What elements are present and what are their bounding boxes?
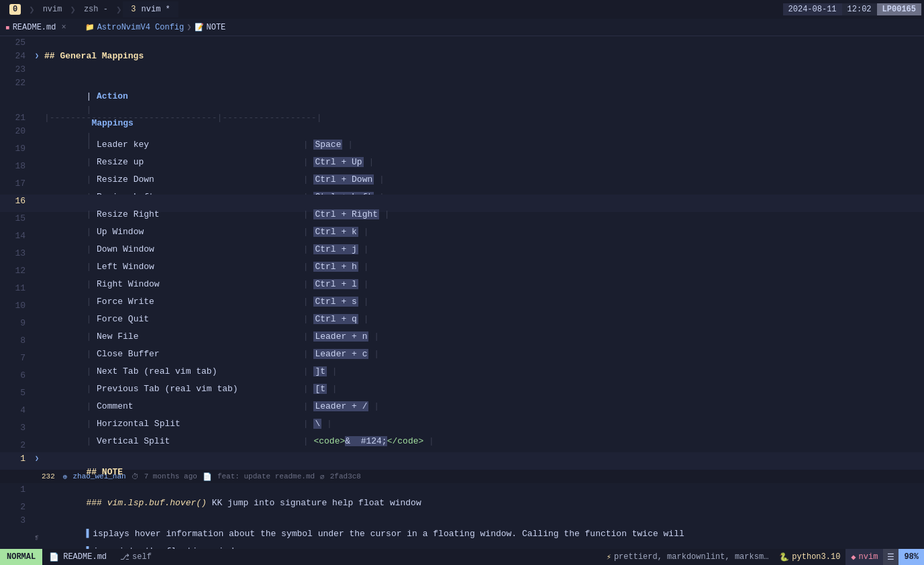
- tab-2[interactable]: zsh -: [77, 1, 115, 17]
- readme-file-icon: ◾: [5, 23, 10, 32]
- line-20: 20 | Leader key | Space |: [0, 125, 924, 142]
- status-bar: NORMAL 📄 README.md ⎇ self ⚡ prettierd, m…: [0, 549, 924, 565]
- line-num-15: 15: [0, 212, 32, 225]
- line-num-13: 13: [0, 247, 32, 260]
- line-1-h3: 1 ### vim.lsp.buf.hover() KK jump into s…: [0, 483, 924, 501]
- line-num-5: 5: [0, 387, 32, 400]
- tab-0[interactable]: 0: [3, 1, 28, 17]
- breadcrumb-bar: ◾ README.md × 📁 AstroNvimV4 Config ❯ 📝 N…: [0, 19, 924, 36]
- editor-area: 25 24 ❯ ## General Mappings 23 22 | Acti…: [0, 36, 924, 549]
- line-content-3-cont: ▌jump into the floating window.: [42, 531, 924, 549]
- tab-1-label: nvim: [43, 5, 62, 14]
- breadcrumb-sep: ❯: [187, 22, 191, 32]
- status-right: ⚡ prettierd, markdownlint, marksm… 🐍 pyt…: [601, 549, 924, 565]
- line-11: 11 | Force Write | Ctrl + s |: [0, 282, 924, 299]
- tab-3[interactable]: 3 nvim *: [123, 1, 178, 17]
- python-icon: 🐍: [779, 552, 789, 562]
- status-file-icon: 📄: [49, 552, 59, 562]
- breadcrumb-filename: README.md: [13, 23, 56, 32]
- tab-bar: 0 ❯ nvim ❯ zsh - ❯ 3 nvim * 2024-08-11 1…: [0, 0, 924, 19]
- line-num-25: 25: [0, 36, 32, 50]
- line-10: 10 | Force Quit | Ctrl + q |: [0, 299, 924, 317]
- line-19: 19 | Resize up | Ctrl + Up |: [0, 142, 924, 160]
- status-lsp: ⚡ prettierd, markdownlint, marksm…: [601, 552, 774, 562]
- line-content-24: ## General Mappings: [42, 50, 924, 63]
- line-num-2-empty: 2: [0, 501, 32, 514]
- line-num-23: 23: [0, 63, 32, 76]
- lsp-text: prettierd, markdownlint, marksm…: [614, 552, 768, 562]
- tab-1[interactable]: nvim: [36, 1, 69, 17]
- note-icon: 📝: [195, 23, 204, 32]
- tab-sep-3: ❯: [116, 4, 121, 15]
- breadcrumb-note: NOTE: [207, 23, 226, 32]
- line-14: 14 | Down Window | Ctrl + j |: [0, 229, 924, 247]
- status-branch: ⎇ self: [113, 552, 158, 562]
- lsp-icon: ⚡: [607, 552, 611, 562]
- line-13: 13 | Left Window | Ctrl + h |: [0, 247, 924, 264]
- line-22: 22 | Action | Mappings |: [0, 76, 924, 111]
- tab-bar-left: 0 ❯ nvim ❯ zsh - ❯ 3 nvim *: [3, 1, 178, 17]
- close-tab-icon[interactable]: ×: [61, 23, 66, 32]
- line-content-21: |--------------------------------|------…: [42, 111, 924, 125]
- tab-3-label: nvim *: [142, 5, 170, 14]
- line-16: 16 | Resize Right | Ctrl + Right |: [0, 195, 924, 212]
- branch-icon: ⎇: [120, 552, 130, 562]
- line-2: 2: [0, 439, 924, 452]
- line-5: 5 | Comment | Leader + / |: [0, 387, 924, 404]
- line-25: 25: [0, 36, 924, 50]
- tab-sep-1: ❯: [29, 4, 34, 15]
- line-num-9: 9: [0, 317, 32, 330]
- tab-3-num: 3: [131, 5, 136, 14]
- fold-3-cont: ❡: [32, 531, 42, 545]
- status-python: 🐍 python3.10: [774, 552, 845, 562]
- line-num-17: 17: [0, 177, 32, 191]
- line-num-19: 19: [0, 142, 32, 156]
- line-num-1-h3: 1: [0, 483, 32, 497]
- tab-sep-2: ❯: [70, 4, 75, 15]
- line-num-7: 7: [0, 352, 32, 365]
- line-num-1-note: 1: [0, 452, 32, 466]
- tab-2-label: zsh -: [84, 5, 108, 14]
- line-num-2: 2: [0, 439, 32, 452]
- line-num-22: 22: [0, 76, 32, 90]
- line-num-12: 12: [0, 264, 32, 278]
- status-mode: NORMAL: [0, 549, 42, 565]
- fold-24: ❯: [32, 50, 42, 63]
- fold-1-note: ❯: [32, 452, 42, 466]
- line-num-18: 18: [0, 160, 32, 173]
- breadcrumb-folder: AstroNvimV4 Config: [97, 23, 185, 32]
- line-num-3: 3: [0, 421, 32, 435]
- status-menu-seg: ☰: [883, 549, 899, 565]
- line-7: 7 | Next Tab (real vim tab) | ]t |: [0, 352, 924, 369]
- line-2-empty: 2: [0, 501, 924, 514]
- tab-bar-right: 2024-08-11 12:02 LP00165: [783, 3, 921, 15]
- tab-0-num: 0: [9, 4, 21, 15]
- line-num-14: 14: [0, 229, 32, 243]
- nvim-diamond-icon: ◆: [851, 552, 856, 562]
- line-8: 8 | Close Buffer | Leader + c |: [0, 334, 924, 352]
- line-21: 21 |--------------------------------|---…: [0, 111, 924, 125]
- line-1-note: 1 ❯ ## NOTE: [0, 452, 924, 470]
- line-num-3-blockquote: 3: [0, 514, 32, 527]
- line-3: 3 | Vertical Split | <code>& #124;</code…: [0, 421, 924, 439]
- status-file: 📄 README.md: [42, 552, 113, 562]
- line-num-8: 8: [0, 334, 32, 348]
- status-filename: README.md: [63, 552, 107, 562]
- menu-icon: ☰: [887, 552, 894, 562]
- line-18: 18 | Resize Down | Ctrl + Down |: [0, 160, 924, 177]
- date-display: 2024-08-11: [783, 3, 842, 15]
- line-17: 17 | Resize Left | Ctrl + Left |: [0, 177, 924, 195]
- line-num-6: 6: [0, 369, 32, 382]
- folder-icon: 📁: [85, 23, 95, 32]
- line-23: 23: [0, 63, 924, 76]
- line-num-24: 24: [0, 50, 32, 63]
- line-3-blockquote: 3 ▌isplays hover information about the s…: [0, 514, 924, 531]
- line-12: 12 | Right Window | Ctrl + l |: [0, 264, 924, 282]
- line-24: 24 ❯ ## General Mappings: [0, 50, 924, 63]
- status-pct: 98%: [899, 549, 924, 565]
- line-6: 6 | Previous Tab (real vim tab) | [t |: [0, 369, 924, 387]
- line-num-4: 4: [0, 404, 32, 417]
- line-3-cont: ❡ ▌jump into the floating window.: [0, 531, 924, 549]
- time-display: 12:02: [842, 3, 877, 15]
- line-num-21: 21: [0, 111, 32, 125]
